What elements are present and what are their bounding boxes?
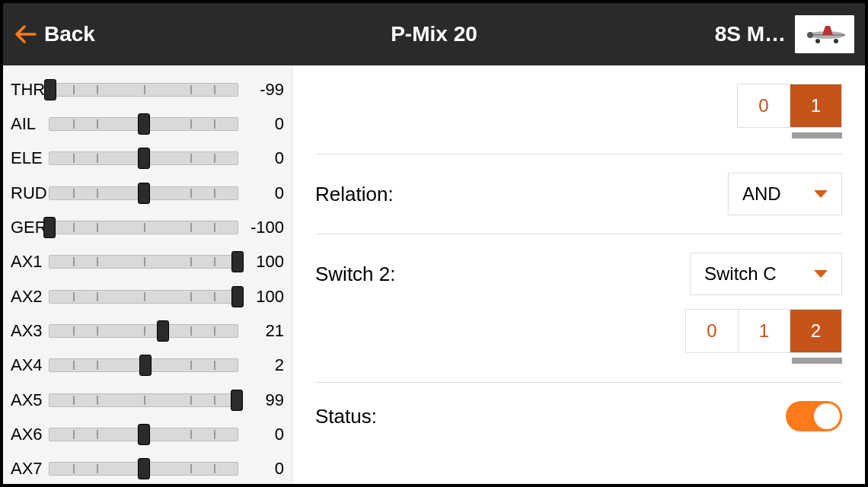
channel-slider[interactable] bbox=[49, 393, 238, 407]
relation-dropdown[interactable]: AND bbox=[728, 173, 842, 215]
channel-label: AX2 bbox=[11, 287, 49, 307]
channel-label: AX5 bbox=[11, 390, 49, 410]
channel-label: THR bbox=[11, 80, 49, 100]
channel-slider[interactable] bbox=[49, 83, 238, 97]
channel-value: 100 bbox=[238, 252, 284, 272]
channel-label: RUD bbox=[11, 183, 49, 203]
chevron-down-icon bbox=[814, 190, 828, 198]
slider-thumb bbox=[139, 355, 152, 376]
channel-row: AX60 bbox=[11, 419, 284, 449]
channel-value: 0 bbox=[238, 114, 284, 134]
slider-thumb bbox=[231, 390, 243, 411]
channel-slider[interactable] bbox=[49, 186, 238, 200]
channel-slider[interactable] bbox=[49, 117, 238, 131]
channel-value: 21 bbox=[238, 321, 284, 341]
channel-label: AX4 bbox=[11, 355, 49, 375]
main-panel: 01 Relation: AND Switch 2: Switch C bbox=[292, 65, 865, 484]
slider-thumb bbox=[231, 286, 244, 307]
status-label: Status: bbox=[315, 405, 377, 428]
switch1-section: 01 bbox=[315, 65, 842, 154]
channel-value: 2 bbox=[238, 355, 284, 375]
channel-value: 0 bbox=[238, 148, 284, 168]
channel-row: AX599 bbox=[11, 385, 284, 415]
segment-option[interactable]: 2 bbox=[790, 310, 841, 352]
slider-thumb bbox=[44, 79, 56, 100]
channel-label: AX1 bbox=[11, 252, 49, 272]
switch2-indicator bbox=[792, 358, 842, 364]
channel-row: GER-100 bbox=[11, 212, 284, 242]
toggle-knob bbox=[814, 403, 840, 429]
channel-value: 0 bbox=[238, 459, 284, 479]
segment-option[interactable]: 1 bbox=[790, 84, 841, 127]
channel-label: AIL bbox=[11, 114, 49, 134]
channel-row: AIL0 bbox=[11, 109, 284, 138]
channel-label: ELE bbox=[11, 148, 49, 168]
channel-slider[interactable] bbox=[49, 151, 238, 165]
status-toggle[interactable] bbox=[786, 401, 842, 431]
svg-point-4 bbox=[807, 32, 813, 38]
chevron-down-icon bbox=[814, 270, 828, 278]
channel-label: AX3 bbox=[11, 321, 49, 341]
channel-row: AX1100 bbox=[11, 247, 284, 277]
channel-sidebar: THR-99AIL0ELE0RUD0GER-100AX1100AX2100AX3… bbox=[3, 65, 292, 484]
model-thumbnail bbox=[795, 15, 854, 53]
channel-row: AX42 bbox=[11, 351, 284, 380]
relation-section: Relation: AND bbox=[315, 154, 842, 234]
segment-option[interactable]: 0 bbox=[686, 310, 738, 352]
segment-option[interactable]: 0 bbox=[738, 84, 790, 127]
switch2-section: Switch 2: Switch C 012 bbox=[315, 234, 842, 383]
model-label: 8S M… bbox=[715, 22, 786, 46]
switch2-value: Switch C bbox=[704, 263, 777, 285]
channel-slider[interactable] bbox=[49, 324, 238, 338]
slider-thumb bbox=[43, 217, 56, 238]
channel-slider[interactable] bbox=[49, 428, 238, 441]
switch1-indicator bbox=[792, 132, 842, 138]
svg-point-2 bbox=[815, 39, 820, 43]
slider-thumb bbox=[231, 251, 244, 272]
segment-option[interactable]: 1 bbox=[738, 310, 790, 352]
slider-thumb bbox=[138, 458, 150, 479]
channel-row: AX2100 bbox=[11, 282, 284, 311]
channel-label: AX6 bbox=[11, 425, 49, 444]
channel-value: -100 bbox=[238, 218, 284, 237]
channel-label: AX7 bbox=[11, 459, 49, 479]
back-button[interactable]: Back bbox=[14, 22, 95, 46]
channel-slider[interactable] bbox=[49, 462, 238, 476]
channel-slider[interactable] bbox=[49, 255, 238, 269]
slider-thumb bbox=[138, 424, 150, 445]
switch2-label: Switch 2: bbox=[315, 263, 396, 286]
channel-row: AX321 bbox=[11, 316, 284, 345]
channel-value: 0 bbox=[238, 425, 284, 444]
slider-thumb bbox=[138, 113, 150, 135]
status-section: Status: bbox=[315, 383, 842, 439]
back-arrow-icon bbox=[14, 23, 37, 46]
model-selector[interactable]: 8S M… bbox=[715, 15, 854, 53]
switch2-segmented[interactable]: 012 bbox=[685, 309, 842, 353]
channel-slider[interactable] bbox=[49, 358, 238, 372]
channel-row: THR-99 bbox=[11, 75, 284, 104]
switch2-dropdown[interactable]: Switch C bbox=[690, 253, 842, 295]
channel-value: 99 bbox=[238, 390, 284, 410]
switch1-segmented[interactable]: 01 bbox=[737, 84, 842, 128]
channel-value: -99 bbox=[238, 80, 284, 100]
channel-row: ELE0 bbox=[11, 144, 284, 173]
slider-thumb bbox=[157, 320, 169, 342]
header: Back P-Mix 20 8S M… bbox=[3, 3, 865, 65]
channel-row: AX70 bbox=[11, 454, 284, 484]
channel-slider[interactable] bbox=[49, 290, 238, 304]
channel-value: 100 bbox=[238, 287, 284, 307]
channel-row: RUD0 bbox=[11, 178, 284, 208]
relation-value: AND bbox=[742, 183, 781, 205]
slider-thumb bbox=[138, 148, 150, 169]
relation-label: Relation: bbox=[315, 183, 394, 206]
channel-slider[interactable] bbox=[49, 221, 238, 234]
svg-point-3 bbox=[834, 39, 838, 43]
slider-thumb bbox=[138, 183, 150, 204]
back-label: Back bbox=[44, 22, 95, 46]
channel-value: 0 bbox=[238, 183, 284, 203]
